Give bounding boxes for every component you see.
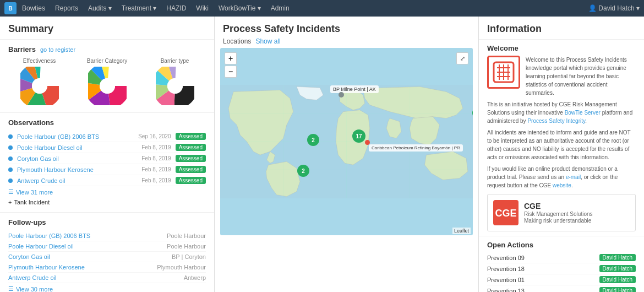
svg-point-14 [100, 78, 115, 94]
psi-link[interactable]: Process Safety Integrity [527, 118, 585, 124]
action-name[interactable]: Prevention 13 [487, 288, 599, 293]
action-name[interactable]: Prevention 01 [487, 277, 599, 283]
nav-audits[interactable]: Audits ▾ [88, 4, 112, 12]
status-dot [8, 167, 13, 172]
followups-section: Follow-ups Poole Harbour (GB) 2006 BTS P… [0, 213, 214, 292]
view-more-observations[interactable]: ☰ View 31 more [8, 186, 206, 198]
cge-text: CGE Risk Management Solutions Making ris… [524, 202, 593, 224]
action-name[interactable]: Prevention 18 [487, 266, 599, 272]
obs-date: Feb 8, 2019 [141, 144, 171, 150]
navbar: B Bowties Reports Audits ▾ Treatment ▾ H… [0, 0, 644, 17]
bowtie-server-link[interactable]: BowTie Server [565, 110, 601, 116]
action-assignee-badge[interactable]: David Hatch [599, 276, 636, 283]
list-icon: ☰ [8, 285, 14, 292]
status-badge: Assessed [176, 144, 206, 151]
list-item: Plymouth Harbour Kerosene Feb 8, 2019 As… [8, 164, 206, 175]
add-incident-link[interactable]: + Tank Incident [8, 198, 206, 207]
zoom-out-button[interactable]: − [225, 66, 237, 78]
followups-list: Poole Harbour (GB) 2006 BTS Poole Harbou… [8, 231, 206, 283]
obs-date: Feb 8, 2019 [141, 166, 171, 172]
summary-panel: Summary Barriers go to register Effectiv… [0, 17, 215, 292]
action-assignee-badge[interactable]: David Hatch [599, 254, 636, 261]
view-more-followups[interactable]: ☰ View 30 more [8, 283, 206, 292]
nav-hazid[interactable]: HAZID [166, 4, 186, 12]
locations-bar: Locations Show all [215, 37, 478, 48]
map-marker-2-left[interactable]: 2 [307, 134, 319, 146]
map-marker-caribbean[interactable] [365, 140, 370, 145]
map-marker-ak[interactable] [339, 92, 344, 98]
followup-name[interactable]: Plymouth Harbour Kerosene [8, 264, 157, 271]
map-marker-17[interactable]: 17 [352, 129, 365, 143]
obs-name[interactable]: Coryton Gas oil [17, 155, 141, 162]
map-marker-2-south[interactable]: 2 [297, 165, 309, 177]
obs-date: Feb 8, 2019 [141, 155, 171, 161]
list-item: Poole Harbour (GB) 2006 BTS Sep 16, 2020… [8, 131, 206, 142]
obs-name[interactable]: Plymouth Harbour Kerosene [17, 166, 141, 173]
followups-title: Follow-ups [8, 218, 206, 226]
welcome-para-2: This is an initiative hosted by CGE Risk… [487, 100, 636, 125]
barrier-type-chart: Barrier type [144, 58, 206, 107]
list-item: Antwerp Crude oil Feb 8, 2019 Assessed [8, 175, 206, 186]
nav-wiki[interactable]: Wiki [196, 4, 209, 12]
followup-location: Poole Harbour [167, 243, 206, 250]
obs-date: Sep 16, 2020 [138, 133, 171, 139]
plus-icon: + [8, 199, 12, 206]
welcome-logo [487, 56, 520, 89]
user-menu[interactable]: 👤 David Hatch ▾ [588, 4, 640, 12]
followup-name[interactable]: Coryton Gas oil [8, 253, 172, 260]
welcome-para-4: If you would like an online product demo… [487, 165, 636, 190]
map-container: + − ⤢ BP Milne Point | AK 2 17 Caribbean… [220, 48, 473, 235]
barriers-register-link[interactable]: go to register [40, 46, 75, 53]
main-content: Summary Barriers go to register Effectiv… [0, 17, 644, 292]
status-dot [8, 156, 13, 161]
followup-name[interactable]: Poole Harbour (GB) 2006 BTS [8, 232, 167, 239]
email-link[interactable]: e-mail [566, 174, 581, 180]
information-panel: Information Welcome Welcome to this Proc… [479, 17, 644, 292]
status-dot [8, 145, 13, 150]
obs-name[interactable]: Poole Harbour (GB) 2006 BTS [17, 133, 138, 140]
show-all-link[interactable]: Show all [255, 37, 280, 45]
website-link[interactable]: website [553, 182, 571, 188]
followup-location: Poole Harbour [167, 232, 206, 239]
open-actions-title: Open Actions [487, 241, 636, 249]
status-badge: Assessed [176, 155, 206, 162]
action-assignee-badge[interactable]: David Hatch [599, 287, 636, 292]
list-icon: ☰ [8, 188, 14, 196]
followup-location: Antwerp [184, 274, 206, 281]
expand-map-button[interactable]: ⤢ [456, 52, 468, 64]
effectiveness-chart: Effectiveness [8, 58, 70, 107]
nav-reports[interactable]: Reports [55, 4, 78, 12]
nav-bowties[interactable]: Bowties [22, 4, 45, 12]
map-panel: Process Safety Incidents Locations Show … [215, 17, 479, 292]
status-badge: Assessed [176, 166, 206, 173]
followup-name[interactable]: Antwerp Crude oil [8, 274, 184, 281]
obs-name[interactable]: Antwerp Crude oil [17, 177, 141, 184]
followup-location: Plymouth Harbour [157, 264, 206, 271]
followup-name[interactable]: Poole Harbour Diesel oil [8, 243, 167, 250]
barriers-title: Barriers go to register [8, 45, 206, 53]
cge-diamond-icon: CGE [492, 199, 520, 226]
nav-treatment[interactable]: Treatment ▾ [122, 4, 157, 12]
summary-title: Summary [0, 17, 214, 40]
obs-date: Feb 8, 2019 [141, 177, 171, 183]
svg-point-7 [32, 78, 47, 94]
nav-admin[interactable]: Admin [271, 4, 290, 12]
followup-location: BP | Coryton [172, 253, 206, 260]
list-item: Prevention 09 David Hatch [487, 252, 636, 263]
zoom-in-button[interactable]: + [225, 52, 237, 64]
barrier-category-chart: Barrier Category [76, 58, 138, 107]
list-item: Prevention 01 David Hatch [487, 274, 636, 285]
nav-workbowtie[interactable]: WorkBowTie ▾ [219, 4, 261, 12]
leaflet-attribution: Leaflet [452, 228, 471, 234]
app-logo[interactable]: B [4, 2, 17, 14]
obs-name[interactable]: Poole Harbour Diesel oil [17, 144, 141, 151]
svg-text:CGE: CGE [495, 208, 516, 219]
open-actions-section: Open Actions Prevention 09 David Hatch P… [479, 236, 644, 292]
action-name[interactable]: Prevention 09 [487, 255, 599, 261]
nav-links: Bowties Reports Audits ▾ Treatment ▾ HAZ… [22, 4, 588, 12]
list-item: Antwerp Crude oil Antwerp [8, 273, 206, 283]
status-badge: Assessed [176, 177, 206, 184]
list-item: Plymouth Harbour Kerosene Plymouth Harbo… [8, 262, 206, 273]
welcome-para-3: All incidents are intended to inform and… [487, 128, 636, 161]
action-assignee-badge[interactable]: David Hatch [599, 265, 636, 272]
